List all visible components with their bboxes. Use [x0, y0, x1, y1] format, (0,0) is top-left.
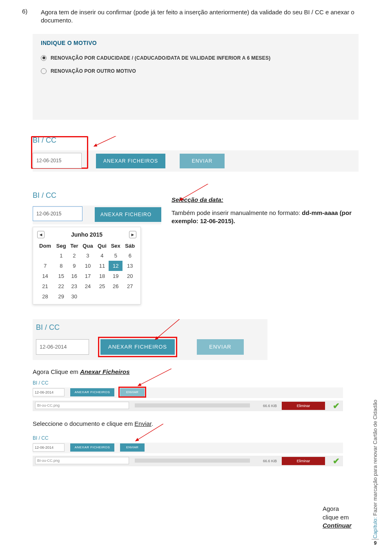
- progress-bar-2: [135, 459, 250, 463]
- cal-day[interactable]: 20: [122, 271, 137, 281]
- instr-anexar: Agora Clique em Anexar Ficheiros: [33, 368, 359, 375]
- filesize-label-2: 66.6 KiB: [263, 459, 277, 463]
- cal-day[interactable]: 9: [68, 261, 80, 271]
- anexar-button-4[interactable]: ANEXAR FICHEIROS: [70, 388, 114, 396]
- cal-day[interactable]: 21: [36, 281, 54, 291]
- cal-day[interactable]: 15: [54, 271, 68, 281]
- radio-caducidade-label: RENOVAÇÃO POR CADUCIDADE / (CADUCADO/DAT…: [51, 55, 270, 61]
- screenshot-motivo: INDIQUE O MOTIVO RENOVAÇÃO POR CADUCIDAD…: [33, 34, 359, 120]
- intro-text: Agora tem de inserir ou confirmar (pode …: [41, 8, 359, 25]
- cal-day[interactable]: 2: [68, 251, 80, 261]
- screenshot-bicc-date: BI / CC ANEXAR FICHEIROS ENVIAR: [33, 136, 359, 172]
- radio-caducidade[interactable]: RENOVAÇÃO POR CADUCIDADE / (CADUCADO/DAT…: [41, 55, 350, 61]
- cal-dow-header: Qua: [80, 241, 96, 251]
- cal-day[interactable]: 25: [96, 281, 109, 291]
- calendar-grid: DomSegTerQuaQuiSexSáb 123456789101112131…: [36, 241, 137, 302]
- cal-day: [96, 291, 109, 302]
- cal-day[interactable]: 16: [68, 271, 80, 281]
- cal-dow-header: Sex: [109, 241, 122, 251]
- radio-outro-label: RENOVAÇÃO POR OUTRO MOTIVO: [51, 68, 136, 74]
- cal-day[interactable]: 11: [96, 261, 109, 271]
- cal-day[interactable]: 13: [122, 261, 137, 271]
- cal-dow-header: Ter: [68, 241, 80, 251]
- anexar-button-2[interactable]: ANEXAR FICHEIRO: [95, 207, 161, 222]
- bicc-label-3: BI / CC: [36, 323, 267, 332]
- eliminar-button[interactable]: Eliminar: [282, 402, 325, 410]
- screenshot-enviar: BI / CC ANEXAR FICHEIROS ENVIAR 66.6 KiB…: [33, 380, 343, 411]
- screenshot-calendar: BI / CC ANEXAR FICHEIRO ◄ Junho 2015 ► D…: [33, 191, 161, 304]
- highlight-enviar: [118, 387, 146, 398]
- file-row-2: 66.6 KiB Eliminar ✔: [33, 456, 343, 466]
- cal-month-label: Junho 2015: [71, 231, 102, 238]
- cal-day[interactable]: 1: [54, 251, 68, 261]
- radio-outro[interactable]: RENOVAÇÃO POR OUTRO MOTIVO: [41, 68, 350, 74]
- cal-day[interactable]: 22: [54, 281, 68, 291]
- progress-bar: [135, 403, 250, 407]
- cal-day[interactable]: 7: [36, 261, 54, 271]
- seleccao-header: Selecção da data:: [172, 196, 223, 203]
- highlight-anexar: [98, 337, 177, 357]
- cal-day: [36, 251, 54, 261]
- cal-day[interactable]: 29: [54, 291, 68, 302]
- filesize-label: 66.6 KiB: [263, 404, 277, 408]
- cal-day[interactable]: 30: [68, 291, 80, 302]
- cal-dow-header: Seg: [54, 241, 68, 251]
- cal-day[interactable]: 18: [96, 271, 109, 281]
- eliminar-button-2[interactable]: Eliminar: [282, 457, 325, 465]
- enviar-button[interactable]: ENVIAR: [180, 154, 225, 168]
- cal-day[interactable]: 28: [36, 291, 54, 302]
- cal-day[interactable]: 17: [80, 271, 96, 281]
- filename-field[interactable]: [35, 402, 129, 409]
- motivo-title: INDIQUE O MOTIVO: [41, 40, 350, 46]
- cal-day[interactable]: 14: [36, 271, 54, 281]
- instr-continuar: Agora clique em Continuar: [323, 505, 355, 530]
- cal-day[interactable]: 8: [54, 261, 68, 271]
- bicc-label-4: BI / CC: [33, 380, 343, 386]
- enviar-button-3[interactable]: ENVIAR: [197, 339, 244, 355]
- date-input-4[interactable]: [33, 388, 65, 396]
- cal-prev-button[interactable]: ◄: [37, 231, 45, 238]
- anexar-button-5[interactable]: ANEXAR FICHEIROS: [70, 443, 114, 452]
- radio-selected-icon: [41, 55, 47, 61]
- cal-dow-header: Qui: [96, 241, 109, 251]
- file-row: 66.6 KiB Eliminar ✔: [33, 401, 343, 411]
- checkmark-icon: ✔: [333, 401, 340, 411]
- cal-day[interactable]: 12: [109, 261, 122, 271]
- cal-day[interactable]: 24: [80, 281, 96, 291]
- date-input-3[interactable]: [36, 339, 89, 355]
- seleccao-body: Também pode inserir manualmente no forma…: [172, 209, 355, 226]
- cal-day: [122, 291, 137, 302]
- cal-day: [80, 291, 96, 302]
- cal-day[interactable]: 10: [80, 261, 96, 271]
- cal-day[interactable]: 19: [109, 271, 122, 281]
- date-input[interactable]: [33, 153, 82, 168]
- cal-day[interactable]: 3: [80, 251, 96, 261]
- screenshot-uploaded: BI / CC ANEXAR FICHEIROS ENVIAR 66.6 KiB…: [33, 435, 343, 466]
- cal-day[interactable]: 5: [109, 251, 122, 261]
- instr-enviar: Seleccione o documento e clique em Envia…: [33, 420, 359, 427]
- bicc-label-2: BI / CC: [33, 191, 161, 200]
- page-number: 9: [372, 539, 379, 546]
- date-input-focused[interactable]: [33, 206, 82, 221]
- cal-day[interactable]: 6: [122, 251, 137, 261]
- cal-day[interactable]: 27: [122, 281, 137, 291]
- filename-field-2[interactable]: [35, 457, 129, 464]
- cal-next-button[interactable]: ►: [129, 231, 136, 238]
- chapter-label: Capítulo: Fazer marcação para renovar Ca…: [372, 400, 378, 539]
- cal-dow-header: Sáb: [122, 241, 137, 251]
- cal-dow-header: Dom: [36, 241, 54, 251]
- anexar-button[interactable]: ANEXAR FICHEIROS: [96, 154, 165, 168]
- calendar-popup: ◄ Junho 2015 ► DomSegTerQuaQuiSexSáb 123…: [33, 227, 141, 304]
- step-number: 6): [22, 8, 27, 15]
- cal-day[interactable]: 26: [109, 281, 122, 291]
- screenshot-anexar: BI / CC ANEXAR FICHEIROS ENVIAR: [33, 319, 267, 360]
- date-input-5[interactable]: [33, 443, 65, 452]
- cal-day[interactable]: 23: [68, 281, 80, 291]
- cal-day: [109, 291, 122, 302]
- enviar-button-5[interactable]: ENVIAR: [120, 443, 145, 452]
- cal-day[interactable]: 4: [96, 251, 109, 261]
- radio-unselected-icon: [41, 68, 47, 74]
- bicc-label-5: BI / CC: [33, 435, 343, 441]
- checkmark-icon-2: ✔: [333, 456, 340, 466]
